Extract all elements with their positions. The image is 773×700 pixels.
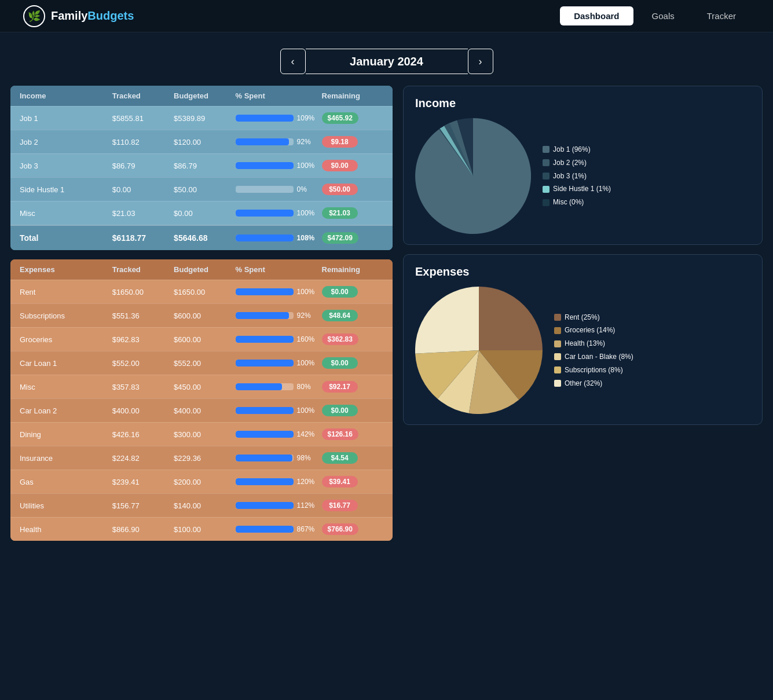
exp-row-tracked: $552.00 xyxy=(112,359,174,368)
nav-dashboard[interactable]: Dashboard xyxy=(560,6,633,25)
row-tracked: $21.03 xyxy=(112,209,174,218)
income-legend: Job 1 (96%) Job 2 (2%) Job 3 (1%) Side H… xyxy=(543,143,611,209)
progress-bar-container xyxy=(236,360,294,367)
exp-row-budgeted: $1650.00 xyxy=(174,288,235,296)
remaining-badge: $9.18 xyxy=(322,136,358,148)
row-budgeted: $120.00 xyxy=(174,138,235,146)
expense-table: Expenses Tracked Budgeted % Spent Remain… xyxy=(10,259,393,541)
progress-bar-bg xyxy=(236,336,294,343)
income-chart-panel: Income Job 1 ( xyxy=(403,86,763,245)
exp-row-budgeted: $140.00 xyxy=(174,501,235,510)
row-budgeted: $50.00 xyxy=(174,185,235,194)
exp-row-pct: 80% xyxy=(236,383,322,391)
next-month-button[interactable]: › xyxy=(468,49,493,74)
income-pie-chart xyxy=(415,118,531,234)
progress-bar-container xyxy=(236,138,294,145)
exp-row-pct: 100% xyxy=(236,359,322,367)
total-label: Total xyxy=(20,233,112,243)
expense-table-header: Expenses Tracked Budgeted % Spent Remain… xyxy=(10,259,393,280)
exp-row-remaining: $0.00 xyxy=(322,357,383,369)
exp-row-tracked: $224.82 xyxy=(112,454,174,463)
progress-bar-bg xyxy=(236,455,294,461)
exp-row-tracked: $551.36 xyxy=(112,311,174,320)
exp-row-name: Health xyxy=(20,525,112,534)
progress-bar-fill xyxy=(236,478,294,485)
total-pct-label: 108% xyxy=(297,234,315,242)
progress-bar-container xyxy=(236,478,294,485)
total-remaining: $472.09 xyxy=(322,232,383,244)
exp-legend-label: Car Loan - Blake (8%) xyxy=(565,350,633,364)
row-name: Job 1 xyxy=(20,114,112,123)
progress-bar-container xyxy=(236,526,294,533)
income-legend-item: Job 3 (1%) xyxy=(543,170,611,183)
logo-icon: 🌿 xyxy=(23,5,45,27)
prev-month-button[interactable]: ‹ xyxy=(280,49,306,74)
exp-pct-label: 98% xyxy=(297,454,311,462)
income-rows: Job 1 $5855.81 $5389.89 109% $465.92 Job… xyxy=(10,106,393,225)
nav-goals[interactable]: Goals xyxy=(638,6,688,25)
row-tracked: $110.82 xyxy=(112,138,174,146)
exp-row-budgeted: $200.00 xyxy=(174,478,235,486)
income-table-row: Job 2 $110.82 $120.00 92% $9.18 xyxy=(10,130,393,153)
exp-row-name: Car Loan 2 xyxy=(20,406,112,415)
expense-table-row: Car Loan 1 $552.00 $552.00 100% $0.00 xyxy=(10,351,393,375)
pct-label: 100% xyxy=(297,162,315,170)
progress-bar-bg xyxy=(236,478,294,485)
exp-pct-label: 80% xyxy=(297,383,311,391)
row-pct-spent: 109% xyxy=(236,114,322,122)
progress-bar-container xyxy=(236,455,294,461)
exp-legend-label: Rent (25%) xyxy=(565,311,600,324)
exp-col-budgeted: Budgeted xyxy=(174,265,235,274)
row-pct-spent: 100% xyxy=(236,162,322,170)
exp-pct-label: 100% xyxy=(297,359,315,367)
exp-row-tracked: $426.16 xyxy=(112,430,174,439)
exp-row-tracked: $962.83 xyxy=(112,335,174,344)
expense-legend-item: Other (32%) xyxy=(554,377,633,390)
expense-pie-chart xyxy=(415,287,543,414)
progress-bar-container xyxy=(236,186,294,193)
row-remaining: $465.92 xyxy=(322,112,383,124)
expense-table-row: Misc $357.83 $450.00 80% $92.17 xyxy=(10,375,393,398)
progress-bar-bg xyxy=(236,431,294,438)
income-table-row: Side Hustle 1 $0.00 $50.00 0% $50.00 xyxy=(10,177,393,201)
legend-label: Misc (0%) xyxy=(553,196,584,209)
exp-col-tracked: Tracked xyxy=(112,265,174,274)
income-chart-title: Income xyxy=(415,97,750,110)
col-income: Income xyxy=(20,91,112,100)
row-name: Job 3 xyxy=(20,162,112,170)
progress-bar-bg xyxy=(236,162,294,169)
total-budgeted: $5646.68 xyxy=(174,233,235,243)
progress-bar-container xyxy=(236,502,294,509)
exp-row-tracked: $1650.00 xyxy=(112,288,174,296)
col-remaining: Remaining xyxy=(322,91,383,100)
progress-bar-container xyxy=(236,407,294,414)
expense-table-row: Rent $1650.00 $1650.00 100% $0.00 xyxy=(10,280,393,303)
remaining-badge: $4.54 xyxy=(322,452,358,464)
exp-pct-label: 112% xyxy=(297,501,315,510)
progress-bar-container xyxy=(236,115,294,122)
progress-bar-bg xyxy=(236,138,294,145)
legend-label: Job 1 (96%) xyxy=(553,143,591,156)
exp-row-remaining: $126.16 xyxy=(322,428,383,440)
logo-budgets: Budgets xyxy=(87,9,134,22)
exp-row-tracked: $156.77 xyxy=(112,501,174,510)
progress-bar-container xyxy=(236,234,294,241)
progress-bar-bg xyxy=(236,360,294,367)
progress-bar-fill xyxy=(236,407,294,414)
remaining-badge: $0.00 xyxy=(322,405,358,416)
logo-family: Family xyxy=(51,9,87,22)
progress-bar-fill xyxy=(236,502,294,509)
exp-row-pct: 100% xyxy=(236,406,322,415)
expense-rows: Rent $1650.00 $1650.00 100% $0.00 Subscr… xyxy=(10,280,393,541)
remaining-badge: $472.09 xyxy=(322,232,358,244)
row-remaining: $9.18 xyxy=(322,136,383,148)
progress-bar-container xyxy=(236,383,294,390)
month-nav: ‹ January 2024 › xyxy=(280,49,493,74)
progress-bar-fill xyxy=(236,431,294,438)
exp-pct-label: 100% xyxy=(297,406,315,415)
progress-bar-bg xyxy=(236,288,294,295)
expense-table-row: Dining $426.16 $300.00 142% $126.16 xyxy=(10,422,393,446)
nav-tracker[interactable]: Tracker xyxy=(693,6,750,25)
legend-color xyxy=(543,199,549,206)
exp-row-budgeted: $229.36 xyxy=(174,454,235,463)
